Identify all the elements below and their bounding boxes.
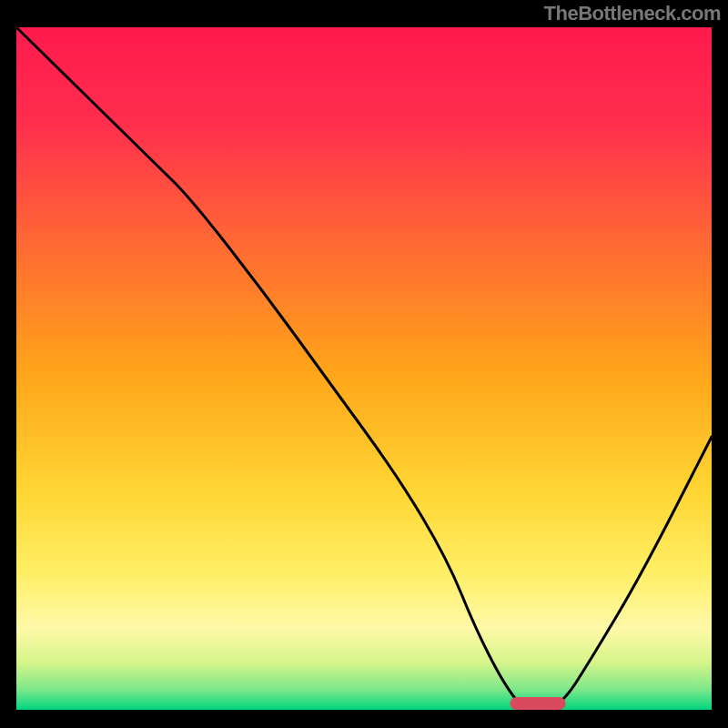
optimal-range-marker — [510, 697, 565, 710]
chart-container: TheBottleneck.com — [0, 0, 728, 728]
chart-svg — [0, 0, 728, 728]
watermark-text: TheBottleneck.com — [544, 2, 721, 25]
